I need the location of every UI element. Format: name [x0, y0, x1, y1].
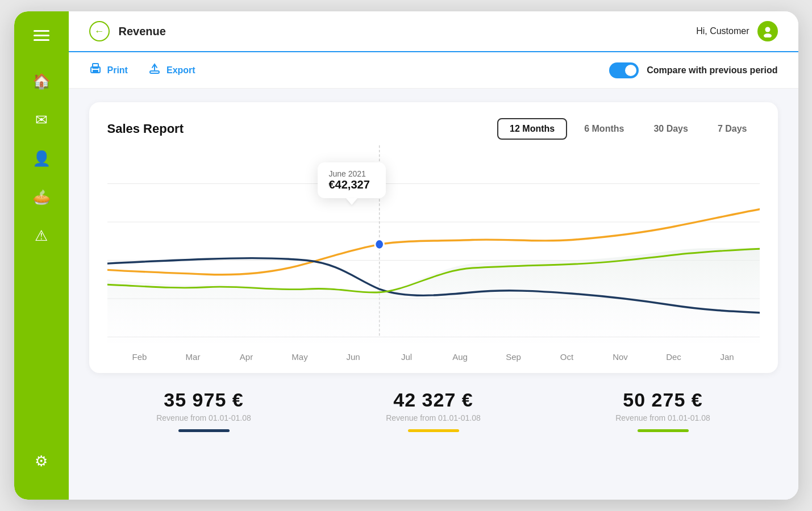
- svg-point-1: [764, 33, 772, 37]
- toolbar: Print Export Compare with previous perio…: [69, 52, 798, 89]
- svg-rect-4: [93, 70, 98, 73]
- settings-icon: ⚙: [35, 453, 48, 470]
- x-label-feb: Feb: [113, 352, 166, 362]
- tab-30-days[interactable]: 30 Days: [641, 118, 701, 140]
- compare-toggle: Compare with previous period: [609, 62, 777, 78]
- tab-6-months[interactable]: 6 Months: [572, 118, 636, 140]
- stat-value-2: 42 327 €: [393, 389, 473, 411]
- home-icon: 🏠: [32, 73, 51, 90]
- header-right: Hi, Customer: [696, 21, 777, 41]
- x-label-jul: Jul: [380, 352, 434, 362]
- tab-12-months[interactable]: 12 Months: [497, 118, 567, 140]
- hamburger-button[interactable]: [34, 27, 49, 44]
- card-area: Sales Report 12 Months 6 Months 30 Days …: [69, 89, 798, 500]
- stat-item-3: 50 275 € Revenue from 01.01-01.08: [615, 389, 710, 432]
- x-axis: Feb Mar Apr May Jun Jul Aug Sep Oct Nov …: [107, 352, 760, 362]
- sidebar-item-alert[interactable]: ⚠: [24, 219, 59, 253]
- stat-line-3: [638, 429, 689, 432]
- stat-value-1: 35 975 €: [164, 389, 243, 411]
- svg-point-0: [765, 27, 770, 32]
- mail-icon: ✉: [35, 111, 48, 129]
- stat-value-3: 50 275 €: [623, 389, 702, 411]
- avatar[interactable]: [757, 21, 778, 41]
- print-button[interactable]: Print: [89, 62, 128, 78]
- tab-7-days[interactable]: 7 Days: [705, 118, 760, 140]
- x-label-jun: Jun: [327, 352, 380, 362]
- compare-switch[interactable]: [609, 62, 639, 78]
- x-label-dec: Dec: [647, 352, 701, 362]
- x-label-mar: Mar: [166, 352, 220, 362]
- sidebar-nav: 🏠 ✉ 👤 🥧 ⚠: [24, 64, 59, 444]
- header: ← Revenue Hi, Customer: [69, 11, 798, 52]
- sidebar-item-user[interactable]: 👤: [24, 141, 59, 175]
- svg-rect-5: [150, 71, 159, 73]
- header-left: ← Revenue: [89, 21, 166, 41]
- app-container: 🏠 ✉ 👤 🥧 ⚠ ⚙ ←: [14, 11, 798, 500]
- stat-item-1: 35 975 € Revenue from 01.01-01.08: [156, 389, 251, 432]
- back-button[interactable]: ←: [89, 21, 110, 41]
- x-label-may: May: [273, 352, 327, 362]
- chart-card-header: Sales Report 12 Months 6 Months 30 Days …: [107, 118, 760, 140]
- sidebar: 🏠 ✉ 👤 🥧 ⚠ ⚙: [14, 11, 69, 500]
- export-label: Export: [166, 65, 195, 76]
- print-icon: [89, 62, 102, 78]
- chart-card: Sales Report 12 Months 6 Months 30 Days …: [89, 102, 778, 373]
- stats-row: 35 975 € Revenue from 01.01-01.08 42 327…: [89, 373, 778, 442]
- sidebar-bottom: ⚙: [24, 444, 59, 484]
- user-icon: 👤: [32, 150, 51, 167]
- greeting-text: Hi, Customer: [696, 26, 749, 36]
- period-tabs: 12 Months 6 Months 30 Days 7 Days: [497, 118, 759, 140]
- svg-point-12: [374, 239, 384, 249]
- x-label-apr: Apr: [220, 352, 273, 362]
- sidebar-item-home[interactable]: 🏠: [24, 64, 59, 98]
- line-chart: [107, 145, 760, 350]
- stat-line-1: [178, 429, 230, 432]
- back-arrow-icon: ←: [94, 26, 105, 37]
- page-title: Revenue: [119, 25, 166, 38]
- x-label-jan: Jan: [701, 352, 754, 362]
- compare-label: Compare with previous period: [647, 65, 777, 76]
- sales-report-title: Sales Report: [107, 122, 184, 136]
- sidebar-item-mail[interactable]: ✉: [24, 103, 59, 137]
- stat-line-2: [408, 429, 459, 432]
- x-label-nov: Nov: [594, 352, 647, 362]
- alert-icon: ⚠: [35, 227, 48, 245]
- export-button[interactable]: Export: [148, 62, 195, 78]
- stat-label-3: Revenue from 01.01-01.08: [615, 413, 710, 422]
- sidebar-item-settings[interactable]: ⚙: [24, 444, 59, 478]
- print-label: Print: [107, 65, 128, 76]
- sidebar-item-chart[interactable]: 🥧: [24, 180, 59, 214]
- stat-label-1: Revenue from 01.01-01.08: [156, 413, 251, 422]
- stat-label-2: Revenue from 01.01-01.08: [386, 413, 481, 422]
- export-icon: [148, 62, 161, 78]
- x-label-sep: Sep: [487, 352, 540, 362]
- x-label-oct: Oct: [540, 352, 594, 362]
- chart-wrapper: June 2021 €42,327: [107, 145, 760, 350]
- stat-item-2: 42 327 € Revenue from 01.01-01.08: [386, 389, 481, 432]
- pie-chart-icon: 🥧: [32, 189, 51, 206]
- x-label-aug: Aug: [434, 352, 487, 362]
- main-content: ← Revenue Hi, Customer: [69, 11, 798, 500]
